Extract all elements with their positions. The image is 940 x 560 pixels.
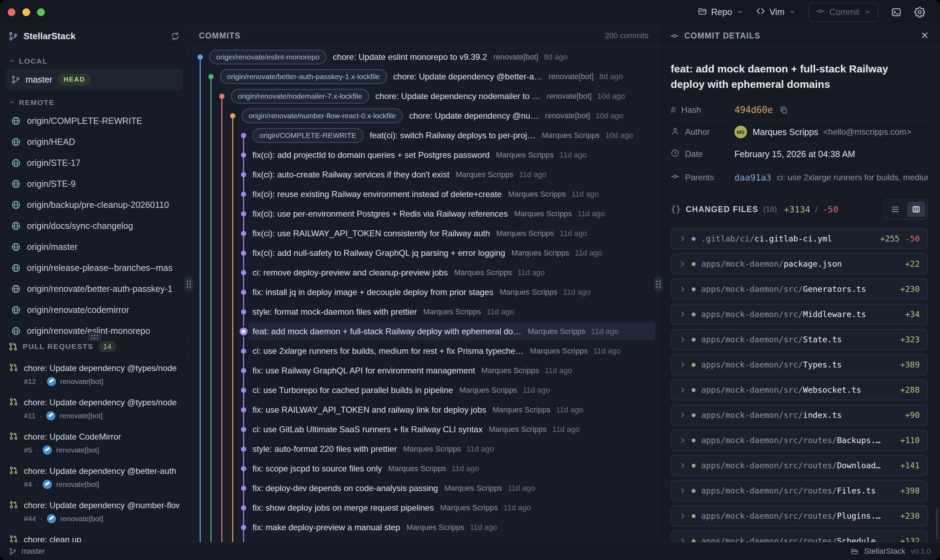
sidebar-item-remote-branch[interactable]: origin/renovate/codemirror xyxy=(6,299,183,320)
branch-ref-badge[interactable]: origin/renovate/nodemailer-7.x-lockfile xyxy=(231,89,369,104)
chevron-right-icon[interactable] xyxy=(679,336,686,343)
sidebar-item-remote-branch[interactable]: origin/backup/pre-cleanup-20260110 xyxy=(6,194,183,215)
chevron-right-icon[interactable] xyxy=(679,260,686,268)
chevron-right-icon[interactable] xyxy=(679,487,686,494)
chevron-right-icon[interactable] xyxy=(679,512,686,519)
refresh-icon[interactable] xyxy=(171,31,180,41)
commit-row[interactable]: fix(ci): add null-safety to Railway Grap… xyxy=(189,243,658,263)
commit-row[interactable]: feat: add mock daemon + full-stack Railw… xyxy=(189,322,658,341)
close-window-button[interactable] xyxy=(8,8,15,16)
commit-row[interactable]: origin/COMPLETE-REWRITE feat(ci): switch… xyxy=(189,126,658,145)
chevron-right-icon[interactable] xyxy=(679,286,686,292)
commit-row[interactable]: origin/renovate/eslint-monorepo chore: U… xyxy=(189,47,658,67)
changed-file-row[interactable]: apps/mock-daemon/src/routes/Files.ts +39… xyxy=(671,480,928,501)
commit-list[interactable]: origin/renovate/eslint-monorepo chore: U… xyxy=(189,47,658,542)
commit-row[interactable]: fix: show deploy jobs on merge request p… xyxy=(189,498,658,518)
changed-file-row[interactable]: apps/mock-daemon/src/routes/Backups.… +1… xyxy=(671,430,928,451)
sidebar-item-remote-branch[interactable]: origin/renovate/better-auth-passkey-1 xyxy=(6,278,183,299)
commit-graph-dot xyxy=(241,251,246,256)
commit-row[interactable]: ci: remove deploy-preview and cleanup-pr… xyxy=(189,263,658,282)
sidebar-item-remote-branch[interactable]: origin/docs/sync-changelog xyxy=(6,215,183,236)
minimize-window-button[interactable] xyxy=(22,8,30,16)
changed-files-label: CHANGED FILES xyxy=(686,205,758,214)
commit-row[interactable]: fix: use Railway GraphQL API for environ… xyxy=(189,361,658,380)
commit-row[interactable]: fix: scope jscpd to source files only Ma… xyxy=(189,459,658,478)
changed-file-row[interactable]: apps/mock-daemon/src/Websocket.ts +288 xyxy=(671,379,928,400)
chevron-right-icon[interactable] xyxy=(679,361,686,368)
commit-row[interactable]: ci: use GitLab Ultimate SaaS runners + f… xyxy=(189,420,658,439)
changed-file-row[interactable]: apps/mock-daemon/src/routes/Download… +1… xyxy=(671,455,928,476)
chevron-right-icon[interactable] xyxy=(679,437,686,444)
commit-graph-dot xyxy=(241,466,246,471)
changed-files-count: (18) xyxy=(763,205,777,214)
changed-file-row[interactable]: apps/mock-daemon/src/State.ts +323 xyxy=(671,329,928,350)
terminal-button[interactable] xyxy=(891,7,901,17)
commit-row[interactable]: fix(ci): use per-environment Postgres + … xyxy=(189,204,658,224)
changed-file-row[interactable]: apps/mock-daemon/src/routes/Schedule +13… xyxy=(671,531,928,542)
chevron-right-icon[interactable] xyxy=(679,412,686,418)
chevron-right-icon[interactable] xyxy=(679,311,686,318)
maximize-window-button[interactable] xyxy=(37,8,45,16)
settings-gear-button[interactable] xyxy=(914,7,925,18)
changed-file-row[interactable]: apps/mock-daemon/src/Middleware.ts +34 xyxy=(671,304,928,325)
pull-request-item[interactable]: chore: clean up · xyxy=(6,532,183,542)
pull-request-item[interactable]: chore: Update CodeMirror #5 · renovate[b… xyxy=(6,429,183,460)
parent-hash-link[interactable]: daa91a3 xyxy=(734,172,771,183)
statusbar-branch[interactable]: master xyxy=(22,547,45,556)
changed-file-row[interactable]: apps/mock-daemon/src/index.ts +90 xyxy=(671,405,928,426)
commit-row[interactable]: ci: use Turborepo for cached parallel bu… xyxy=(189,380,658,400)
file-additions: +22 xyxy=(905,259,920,268)
pull-request-item[interactable]: chore: Update dependency @types/node #11… xyxy=(6,395,183,425)
commit-row[interactable]: style: auto-format 220 files with pretti… xyxy=(189,439,658,459)
pull-request-item[interactable]: chore: Update dependency @number-flow #4… xyxy=(6,498,183,528)
commit-row[interactable]: origin/renovate/number-flow-react-0.x-lo… xyxy=(189,106,658,126)
pull-request-item[interactable]: chore: Update dependency @types/node #12… xyxy=(6,361,183,391)
commit-row[interactable]: fix(ci): use RAILWAY_API_TOKEN consisten… xyxy=(189,224,658,243)
details-resize-handle[interactable] xyxy=(654,277,663,291)
sidebar-item-remote-branch[interactable]: origin/STE-17 xyxy=(6,152,183,173)
list-view-button[interactable] xyxy=(886,202,904,217)
commit-row[interactable]: fix(ci): add projectId to domain queries… xyxy=(189,145,658,165)
sidebar-item-remote-branch[interactable]: origin/release-please--branches--mas xyxy=(6,257,183,278)
commit-row[interactable]: fix: make deploy-preview a manual step M… xyxy=(189,518,658,537)
repo-menu[interactable]: Repo xyxy=(698,6,744,18)
branch-ref-badge[interactable]: origin/renovate/better-auth-passkey-1.x-… xyxy=(220,69,387,84)
commit-row[interactable]: origin/renovate/better-auth-passkey-1.x-… xyxy=(189,67,658,86)
sidebar-item-remote-branch[interactable]: origin/COMPLETE-REWRITE xyxy=(6,110,183,131)
local-section-header[interactable]: LOCAL xyxy=(6,54,183,69)
changed-file-row[interactable]: apps/mock-daemon/package.json +22 xyxy=(671,254,928,274)
branch-ref-badge[interactable]: origin/renovate/number-flow-react-0.x-lo… xyxy=(242,109,403,123)
changed-file-row[interactable]: .gitlab/ci/ci.gitlab-ci.yml +255-50 xyxy=(671,228,928,249)
commit-row[interactable]: fix: install jq in deploy image + decoup… xyxy=(189,282,658,302)
commit-row[interactable]: fix(ci): reuse existing Railway environm… xyxy=(189,185,658,204)
chevron-right-icon[interactable] xyxy=(679,386,686,394)
commit-row[interactable]: fix(ci): auto-create Railway services if… xyxy=(189,165,658,185)
branch-ref-badge[interactable]: origin/renovate/eslint-monorepo xyxy=(209,50,327,65)
commit-row[interactable]: fix: use RAILWAY_API_TOKEN and railway l… xyxy=(189,400,658,420)
chevron-right-icon[interactable] xyxy=(679,462,686,469)
chevron-right-icon[interactable] xyxy=(679,538,686,542)
changed-file-row[interactable]: apps/mock-daemon/src/Generators.ts +230 xyxy=(671,278,928,300)
pull-requests-resize-handle[interactable] xyxy=(88,333,102,341)
commit-row[interactable]: style: format mock-daemon files with pre… xyxy=(189,302,658,322)
scrollbar-thumb[interactable] xyxy=(936,508,938,539)
pull-request-item[interactable]: chore: Update dependency @better-auth #4… xyxy=(6,464,183,494)
chevron-right-icon[interactable] xyxy=(679,235,686,242)
sidebar-item-remote-branch[interactable]: origin/HEAD xyxy=(6,131,183,152)
remote-section-header[interactable]: REMOTE xyxy=(6,95,183,110)
editor-menu[interactable]: Vim xyxy=(756,6,796,18)
changed-file-row[interactable]: apps/mock-daemon/src/Types.ts +389 xyxy=(671,354,928,375)
branch-ref-badge[interactable]: origin/COMPLETE-REWRITE xyxy=(253,128,364,143)
sidebar-item-remote-branch[interactable]: origin/master xyxy=(6,236,183,257)
commit-row[interactable]: origin/renovate/nodemailer-7.x-lockfile … xyxy=(189,86,658,106)
commit-button[interactable]: Commit xyxy=(808,2,878,22)
changed-file-row[interactable]: apps/mock-daemon/src/routes/Plugins.… +2… xyxy=(671,505,928,526)
close-icon[interactable]: ✕ xyxy=(921,31,929,41)
commit-row[interactable]: ci: use 2xlarge runners for builds, medi… xyxy=(189,341,658,361)
copy-icon[interactable] xyxy=(779,106,788,114)
commit-row[interactable]: fix: deploy-dev depends on code-analysis… xyxy=(189,478,658,498)
sidebar-resize-handle[interactable] xyxy=(185,277,193,291)
sidebar-item-remote-branch[interactable]: origin/STE-9 xyxy=(6,173,183,194)
columns-view-button[interactable] xyxy=(907,202,925,217)
sidebar-item-master[interactable]: master HEAD xyxy=(6,69,183,90)
